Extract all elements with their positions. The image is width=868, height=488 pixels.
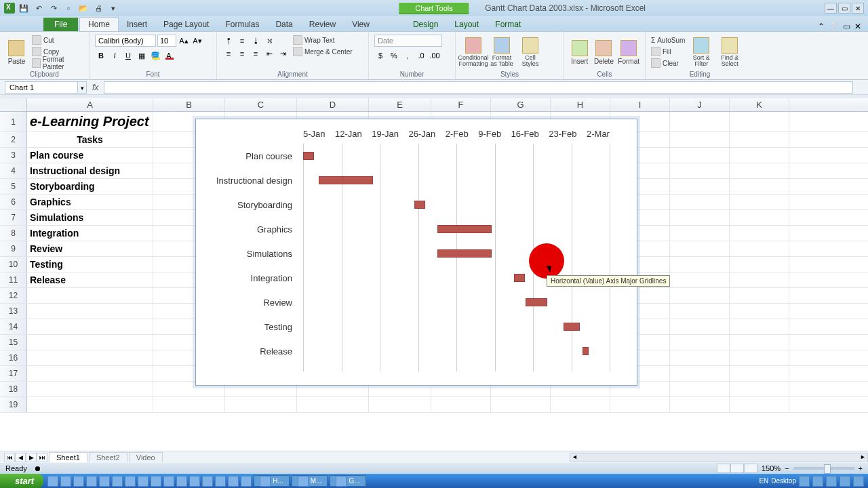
- grow-font-button[interactable]: A▴: [178, 35, 190, 47]
- cell-A6[interactable]: Graphics: [27, 195, 153, 209]
- row-header-10[interactable]: 10: [0, 257, 27, 272]
- paste-button[interactable]: Paste: [5, 35, 28, 70]
- tab-format[interactable]: Format: [487, 18, 529, 31]
- row-header-4[interactable]: 4: [0, 163, 27, 178]
- cell-J14[interactable]: [670, 319, 730, 334]
- indent-dec-button[interactable]: ⇤: [263, 47, 275, 60]
- underline-button[interactable]: U: [122, 49, 134, 62]
- tab-home[interactable]: Home: [79, 17, 119, 31]
- zoom-in-button[interactable]: +: [859, 464, 863, 472]
- sort-filter-button[interactable]: Sort & Filter: [689, 35, 713, 70]
- zoom-level[interactable]: 150%: [762, 464, 781, 472]
- row-header-14[interactable]: 14: [0, 319, 27, 334]
- cell-H19[interactable]: [551, 397, 610, 412]
- border-button[interactable]: ▦: [136, 49, 148, 62]
- cell-J18[interactable]: [670, 382, 730, 396]
- name-box-dropdown-icon[interactable]: ▾: [77, 81, 87, 94]
- tray-lang[interactable]: EN: [759, 477, 768, 485]
- currency-button[interactable]: $: [374, 49, 387, 62]
- sheet-nav-next-icon[interactable]: ▶: [26, 453, 37, 462]
- tab-layout[interactable]: Layout: [446, 18, 487, 31]
- cut-button[interactable]: Cut: [32, 35, 83, 45]
- ql-icon-4[interactable]: [86, 476, 97, 487]
- cell-K11[interactable]: [730, 272, 789, 287]
- taskbar-task-1[interactable]: H...: [254, 475, 290, 487]
- col-header-G[interactable]: G: [491, 98, 551, 111]
- qat-save-icon[interactable]: 💾: [18, 2, 30, 14]
- cell-K1[interactable]: [730, 112, 789, 131]
- cell-J4[interactable]: [670, 163, 730, 178]
- row-header-12[interactable]: 12: [0, 288, 27, 303]
- align-top-button[interactable]: ⭱: [222, 35, 235, 47]
- sheet-tab-sheet1[interactable]: Sheet1: [49, 452, 87, 462]
- qat-dropdown-icon[interactable]: ▾: [107, 2, 119, 14]
- formula-input[interactable]: [104, 81, 853, 94]
- italic-button[interactable]: I: [108, 49, 121, 62]
- row-header-7[interactable]: 7: [0, 210, 27, 225]
- col-header-H[interactable]: H: [551, 98, 610, 111]
- col-header-B[interactable]: B: [153, 98, 225, 111]
- cell-K6[interactable]: [730, 195, 789, 209]
- cell-J5[interactable]: [670, 179, 730, 194]
- ql-icon-1[interactable]: [47, 476, 58, 487]
- cell-A17[interactable]: [27, 366, 153, 381]
- cell-K16[interactable]: [730, 350, 789, 365]
- sheet-tab-sheet2[interactable]: Sheet2: [89, 452, 127, 462]
- row-header-16[interactable]: 16: [0, 350, 27, 365]
- cell-J10[interactable]: [670, 257, 730, 272]
- page-layout-view-button[interactable]: [730, 464, 744, 473]
- row-header-17[interactable]: 17: [0, 366, 27, 381]
- cell-J7[interactable]: [670, 210, 730, 225]
- cell-J19[interactable]: [670, 397, 730, 412]
- taskbar-task-3[interactable]: G...: [330, 475, 366, 487]
- col-header-J[interactable]: J: [670, 98, 730, 111]
- cell-J1[interactable]: [670, 112, 730, 131]
- restore-button[interactable]: ▭: [838, 3, 850, 14]
- row-header-1[interactable]: 1: [0, 112, 27, 131]
- cell-G19[interactable]: [491, 397, 551, 412]
- align-left-button[interactable]: ≡: [222, 47, 235, 60]
- cell-C19[interactable]: [225, 397, 297, 412]
- cell-A10[interactable]: Testing: [27, 257, 153, 272]
- cell-D19[interactable]: [297, 397, 369, 412]
- zoom-out-button[interactable]: −: [785, 464, 789, 472]
- chart-gridline[interactable]: [610, 144, 610, 371]
- cell-K17[interactable]: [730, 366, 789, 381]
- delete-cells-button[interactable]: Delete: [594, 35, 614, 70]
- clear-button[interactable]: Clear: [651, 58, 685, 68]
- tray-desktop[interactable]: Desktop: [771, 477, 796, 485]
- ql-icon-11[interactable]: [176, 476, 187, 487]
- tab-design[interactable]: Design: [405, 18, 446, 31]
- cell-A14[interactable]: [27, 319, 153, 334]
- row-header-18[interactable]: 18: [0, 382, 27, 396]
- cell-J2[interactable]: [670, 132, 730, 147]
- cell-A15[interactable]: [27, 335, 153, 350]
- cell-J9[interactable]: [670, 241, 730, 256]
- cell-B19[interactable]: [153, 397, 225, 412]
- cell-K14[interactable]: [730, 319, 789, 334]
- cell-A9[interactable]: Review: [27, 241, 153, 256]
- sheet-tab-video[interactable]: Video: [129, 452, 163, 462]
- taskbar-task-2[interactable]: M...: [292, 475, 328, 487]
- cell-J15[interactable]: [670, 335, 730, 350]
- doc-close-icon[interactable]: ✕: [854, 22, 861, 31]
- ql-icon-5[interactable]: [99, 476, 110, 487]
- cell-K13[interactable]: [730, 304, 789, 319]
- sheet-nav-prev-icon[interactable]: ◀: [15, 453, 26, 462]
- tab-data[interactable]: Data: [267, 18, 300, 31]
- percent-button[interactable]: %: [388, 49, 400, 62]
- fx-icon[interactable]: fx: [92, 83, 98, 92]
- tab-view[interactable]: View: [344, 18, 378, 31]
- qat-redo-icon[interactable]: ↷: [47, 2, 60, 14]
- cell-K9[interactable]: [730, 241, 789, 256]
- cell-J3[interactable]: [670, 148, 730, 163]
- inc-decimal-button[interactable]: .0: [415, 49, 427, 62]
- col-header-A[interactable]: A: [27, 98, 153, 111]
- tray-icon-3[interactable]: [826, 476, 837, 487]
- conditional-formatting-button[interactable]: Conditional Formatting: [461, 35, 486, 70]
- ql-icon-6[interactable]: [112, 476, 123, 487]
- sheet-nav-last-icon[interactable]: ⏭: [37, 453, 47, 462]
- cell-K12[interactable]: [730, 288, 789, 303]
- format-as-table-button[interactable]: Format as Table: [490, 35, 514, 70]
- cell-A4[interactable]: Instructional design: [27, 163, 153, 178]
